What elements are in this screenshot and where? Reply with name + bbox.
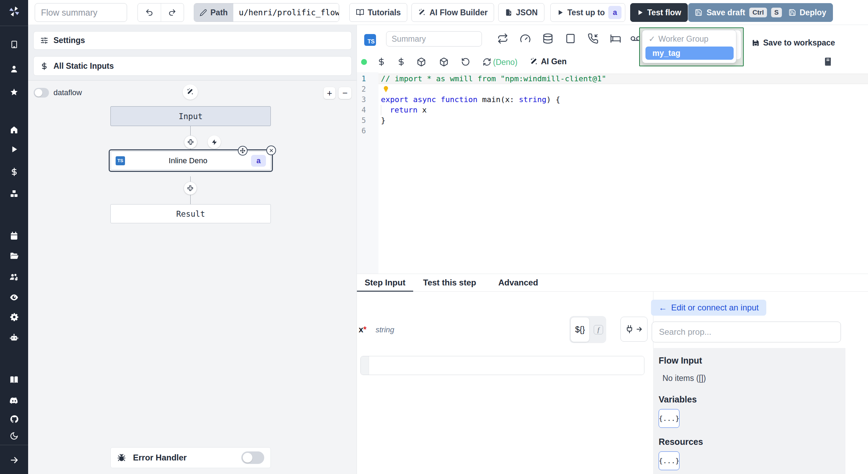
dataflow-label: dataflow (53, 88, 82, 97)
line-number: 5 (357, 115, 366, 126)
error-handler-row[interactable]: Error Handler (110, 447, 271, 468)
step-id-badge: a (251, 155, 266, 167)
resources-boxes-icon[interactable] (0, 190, 28, 198)
field-value-input[interactable] (360, 356, 644, 375)
typescript-badge: TS (364, 34, 376, 46)
error-handler-label: Error Handler (133, 453, 187, 463)
x-value-input[interactable] (369, 356, 644, 375)
edit-or-connect-button[interactable]: ← Edit or connect an input (651, 300, 766, 316)
settings-gear-icon[interactable] (0, 313, 28, 322)
step-summary-input[interactable] (386, 31, 482, 47)
dark-mode-moon-icon[interactable] (0, 432, 28, 440)
variables-dollar-icon[interactable] (0, 168, 28, 176)
editor-header: TS (Deno) AI Gen (357, 25, 868, 72)
edge (190, 176, 191, 182)
early-stop-gauge-icon[interactable] (520, 33, 531, 44)
lightbulb-icon[interactable] (382, 85, 390, 93)
no-items-text: No items ([]) (662, 374, 706, 383)
worker-group-option[interactable]: ✓Worker Group (649, 34, 708, 44)
error-handler-toggle[interactable] (241, 451, 264, 464)
kbd-s: S (771, 8, 782, 17)
home-icon[interactable] (0, 125, 28, 134)
worker-group-dropdown[interactable]: ✓Worker Group my_tag (639, 27, 744, 66)
tab-step-input[interactable]: Step Input (357, 274, 413, 291)
ai-flow-builder-button[interactable]: AI Flow Builder (411, 3, 494, 22)
code-line-3: export async function main(x: string) { (381, 94, 560, 105)
deploy-button[interactable]: Deploy (782, 3, 833, 22)
dataflow-toggle[interactable] (34, 88, 49, 98)
worker-group-selected-option[interactable]: my_tag (645, 47, 734, 60)
redo-button[interactable] (161, 3, 184, 22)
delete-step-button[interactable] (266, 145, 276, 155)
library-book-icon[interactable] (824, 57, 832, 66)
move-step-button[interactable] (238, 146, 248, 156)
schedules-calendar-icon[interactable] (0, 232, 28, 240)
flow-editor-panel: Settings All Static Inputs dataflow + − … (28, 25, 357, 474)
add-step-button[interactable] (184, 135, 197, 149)
path-value[interactable]: u/henri/prolific_flow (233, 3, 339, 22)
flow-summary-input[interactable] (35, 3, 127, 22)
inline-deno-node[interactable]: TS Inline Deno a (109, 149, 273, 172)
runs-play-icon[interactable] (0, 145, 28, 153)
status-dot (361, 59, 367, 65)
retries-repeat-icon[interactable] (497, 33, 508, 44)
add-step-button[interactable] (184, 182, 197, 195)
box-icon[interactable] (417, 57, 426, 67)
input-node[interactable]: Input (110, 106, 271, 126)
suspend-phone-icon[interactable] (587, 33, 599, 44)
star-icon[interactable] (0, 88, 28, 97)
variables-heading: Variables (659, 394, 697, 405)
concurrency-square-icon[interactable] (565, 33, 576, 44)
tab-test-this-step[interactable]: Test this step (418, 274, 481, 291)
sleep-bed-icon[interactable] (610, 33, 621, 44)
tab-advanced[interactable]: Advanced (493, 274, 543, 291)
zoom-out-button[interactable]: − (339, 87, 351, 99)
result-node[interactable]: Result (110, 204, 271, 223)
template-mode-button[interactable]: ${} (570, 317, 590, 342)
step-inputs-dollar-icon[interactable] (397, 57, 406, 67)
refresh-icon[interactable] (483, 58, 491, 66)
undo-button[interactable] (138, 3, 161, 22)
workers-robot-icon[interactable] (0, 333, 28, 342)
field-type: string (376, 325, 394, 334)
bug-icon (117, 453, 126, 462)
windmill-logo[interactable] (0, 5, 28, 18)
resources-braces-button[interactable]: {...} (659, 451, 679, 470)
ai-builder-wand-button[interactable] (183, 84, 198, 100)
docs-book-icon[interactable] (0, 375, 28, 384)
tutorials-button[interactable]: Tutorials (349, 3, 407, 22)
test-flow-button[interactable]: Test flow (630, 3, 688, 22)
trigger-bolt-button[interactable] (208, 135, 221, 149)
variables-braces-button[interactable]: {...} (659, 409, 679, 428)
settings-row[interactable]: Settings (33, 31, 352, 50)
audit-eye-icon[interactable] (0, 293, 28, 302)
discord-icon[interactable] (0, 396, 28, 405)
zoom-in-button[interactable]: + (324, 87, 335, 99)
test-up-to-button[interactable]: Test up to a (550, 3, 625, 22)
box-icon[interactable] (439, 57, 449, 67)
save-to-workspace-button[interactable]: Save to workspace (752, 38, 835, 48)
path-group[interactable]: Path u/henri/prolific_flow (194, 3, 339, 22)
runtime-label: (Deno) (493, 58, 517, 67)
json-button[interactable]: JSON (498, 3, 544, 22)
function-mode-button[interactable]: f (594, 325, 603, 334)
dollar-icon (40, 62, 48, 70)
step-input-form: x* string ${} f (357, 292, 653, 474)
user-icon[interactable] (0, 65, 28, 73)
save-icon (788, 9, 796, 16)
static-inputs-dollar-icon[interactable] (377, 57, 386, 67)
ai-gen-button[interactable]: AI Gen (530, 57, 567, 66)
search-prop-input[interactable] (652, 322, 841, 342)
expand-arrow-icon[interactable] (0, 456, 28, 465)
github-icon[interactable] (0, 415, 28, 424)
code-editor[interactable]: 1 2 3 4 5 6 // import * as wmill from "n… (357, 72, 868, 274)
cache-database-icon[interactable] (542, 33, 553, 44)
save-draft-button[interactable]: Save draft Ctrl S (688, 3, 788, 22)
folder-open-icon[interactable] (0, 251, 28, 260)
workspace-building-icon[interactable] (0, 40, 28, 49)
groups-users-gear-icon[interactable] (0, 273, 28, 282)
connect-input-button[interactable] (620, 317, 648, 342)
input-drag-strip (361, 356, 369, 375)
rotate-ccw-icon[interactable] (461, 57, 470, 66)
all-static-inputs-row[interactable]: All Static Inputs (33, 56, 352, 76)
